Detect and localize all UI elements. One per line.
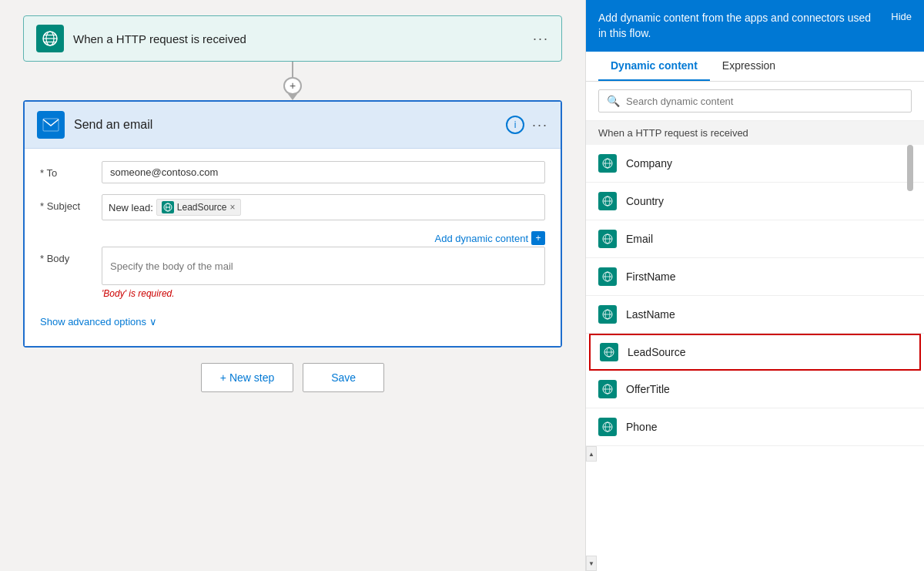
main-canvas: When a HTTP request is received ··· + Se… xyxy=(0,0,585,571)
dynamic-item-label: LastName xyxy=(626,308,675,321)
bottom-buttons: + New step Save xyxy=(201,363,384,392)
http-card-title: When a HTTP request is received xyxy=(73,32,533,45)
email-card-icon xyxy=(37,111,65,139)
search-box: 🔍 xyxy=(598,89,912,113)
panel-search: 🔍 xyxy=(586,82,924,121)
dynamic-item-icon xyxy=(598,305,617,324)
show-advanced-button[interactable]: Show advanced options ∨ xyxy=(40,310,157,334)
connector: + xyxy=(283,62,302,100)
http-card-icon xyxy=(36,25,64,52)
subject-input-container[interactable]: New lead: LeadSource × xyxy=(102,194,545,220)
add-dynamic-row: Add dynamic content + xyxy=(40,231,545,245)
dynamic-item-icon xyxy=(598,230,617,248)
search-icon: 🔍 xyxy=(607,95,620,107)
dynamic-item-email[interactable]: Email xyxy=(586,220,924,258)
panel-header-text: Add dynamic content from the apps and co… xyxy=(598,11,882,41)
dynamic-content-panel: Add dynamic content from the apps and co… xyxy=(585,0,924,571)
dynamic-item-icon xyxy=(598,267,617,286)
connector-add-button[interactable]: + xyxy=(283,77,302,96)
body-label: * Body xyxy=(40,247,102,264)
scroll-down-button[interactable]: ▼ xyxy=(586,556,597,571)
email-card-header: Send an email i ··· xyxy=(25,102,561,149)
chip-icon xyxy=(162,201,174,213)
dynamic-item-icon xyxy=(600,343,618,361)
dynamic-item-label: Company xyxy=(626,157,672,170)
info-icon-button[interactable]: i xyxy=(506,116,524,134)
dynamic-items-list: Company Country Email FirstName LastName… xyxy=(586,145,924,446)
body-input[interactable] xyxy=(102,247,545,285)
svg-rect-5 xyxy=(43,119,59,131)
dynamic-item-icon xyxy=(598,380,617,398)
email-card-title: Send an email xyxy=(74,118,506,132)
http-card-more-button[interactable]: ··· xyxy=(533,31,549,47)
dynamic-item-phone[interactable]: Phone xyxy=(586,408,924,446)
scrollbar-thumb[interactable] xyxy=(907,145,913,191)
panel-tabs: Dynamic content Expression xyxy=(586,52,924,82)
to-input[interactable] xyxy=(102,161,545,183)
subject-row: * Subject New lead: LeadSource × xyxy=(40,194,545,220)
panel-header: Add dynamic content from the apps and co… xyxy=(586,0,924,52)
body-row: * Body 'Body' is required. xyxy=(40,247,545,299)
lead-source-chip: LeadSource × xyxy=(156,199,241,216)
search-input[interactable] xyxy=(626,96,903,107)
dynamic-item-country[interactable]: Country xyxy=(586,183,924,220)
subject-label: * Subject xyxy=(40,194,102,212)
save-button[interactable]: Save xyxy=(303,363,384,392)
dynamic-item-label: LeadSource xyxy=(628,346,686,358)
add-dynamic-content-button[interactable]: Add dynamic content + xyxy=(435,231,545,245)
body-error-text: 'Body' is required. xyxy=(102,288,545,299)
to-row: * To xyxy=(40,161,545,183)
subject-text: New lead: xyxy=(109,202,153,213)
email-card-body: * To * Subject New lead: xyxy=(25,149,561,346)
panel-scroll-area: Company Country Email FirstName LastName… xyxy=(586,145,924,571)
dynamic-item-icon xyxy=(598,192,617,210)
scroll-up-button[interactable]: ▲ xyxy=(586,446,597,462)
dynamic-item-firstname[interactable]: FirstName xyxy=(586,258,924,296)
dynamic-item-label: Phone xyxy=(626,421,657,433)
chip-label: LeadSource xyxy=(177,202,227,213)
connector-line xyxy=(292,62,293,77)
new-step-button[interactable]: + New step xyxy=(201,363,293,392)
tab-expression[interactable]: Expression xyxy=(710,52,788,81)
panel-section-header: When a HTTP request is received xyxy=(586,121,924,145)
dynamic-item-label: FirstName xyxy=(626,270,676,283)
email-card: Send an email i ··· * To * Subject New l… xyxy=(23,100,562,348)
add-dynamic-label: Add dynamic content xyxy=(435,233,528,244)
chevron-down-icon: ∨ xyxy=(149,316,157,327)
dynamic-item-icon xyxy=(598,154,617,173)
dynamic-item-label: Email xyxy=(626,233,653,245)
email-card-more-button[interactable]: ··· xyxy=(532,117,548,133)
http-request-card: When a HTTP request is received ··· xyxy=(23,15,562,62)
dynamic-item-company[interactable]: Company xyxy=(586,145,924,183)
dynamic-item-label: Country xyxy=(626,195,664,207)
dynamic-item-icon xyxy=(598,418,617,436)
connector-arrow xyxy=(288,94,297,100)
dynamic-item-label: OfferTitle xyxy=(626,383,670,395)
dynamic-item-leadsource[interactable]: LeadSource xyxy=(589,334,921,371)
show-advanced-label: Show advanced options xyxy=(40,316,146,327)
dynamic-item-offertitle[interactable]: OfferTitle xyxy=(586,371,924,408)
tab-dynamic-content[interactable]: Dynamic content xyxy=(598,52,710,81)
panel-hide-button[interactable]: Hide xyxy=(891,11,912,22)
chip-remove-button[interactable]: × xyxy=(230,202,236,213)
dynamic-item-lastname[interactable]: LastName xyxy=(586,296,924,334)
to-label: * To xyxy=(40,161,102,179)
add-dynamic-icon: + xyxy=(531,231,545,245)
